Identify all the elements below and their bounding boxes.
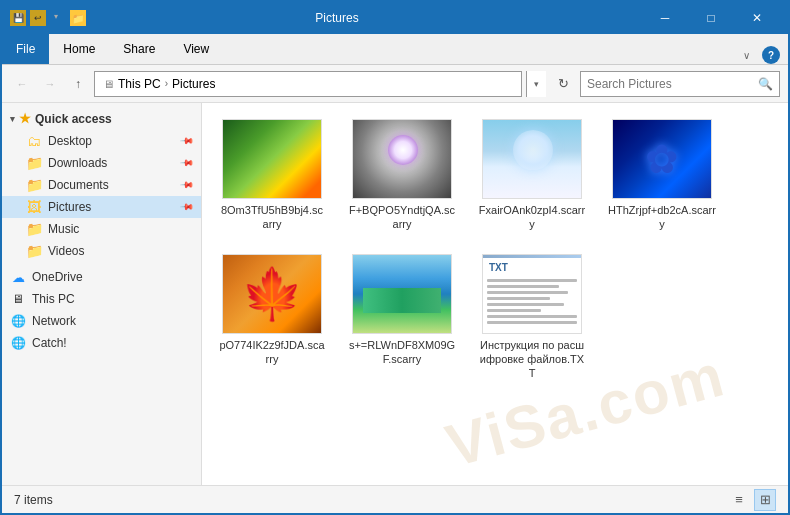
file-name: pO774IK2z9fJDA.scarry — [218, 338, 326, 367]
up-button[interactable]: ↑ — [66, 72, 90, 96]
documents-pin-icon: 📌 — [180, 178, 195, 193]
tiles-view-button[interactable]: ⊞ — [754, 489, 776, 511]
documents-label: Documents — [48, 178, 109, 192]
file-item[interactable]: FxairOAnk0zpI4.scarry — [472, 113, 592, 238]
sidebar-item-documents[interactable]: 📁 Documents 📌 — [2, 174, 201, 196]
computer-icon: 🖥 — [103, 78, 114, 90]
file-item[interactable]: pO774IK2z9fJDA.scarry — [212, 248, 332, 387]
music-label: Music — [48, 222, 79, 236]
sidebar-item-videos[interactable]: 📁 Videos — [2, 240, 201, 262]
sidebar-item-music[interactable]: 📁 Music — [2, 218, 201, 240]
pictures-label: Pictures — [172, 77, 215, 91]
file-thumbnail — [352, 119, 452, 199]
sidebar-item-desktop[interactable]: 🗂 Desktop 📌 — [2, 130, 201, 152]
search-box[interactable]: 🔍 — [580, 71, 780, 97]
sidebar: ▾ ★ Quick access 🗂 Desktop 📌 📁 Downloads… — [2, 103, 202, 485]
sidebar-item-catch[interactable]: 🌐 Catch! — [2, 332, 201, 354]
tab-share[interactable]: Share — [109, 34, 169, 64]
sidebar-quick-access-header[interactable]: ▾ ★ Quick access — [2, 107, 201, 130]
window-title: Pictures — [32, 11, 642, 25]
catch-icon: 🌐 — [10, 335, 26, 351]
file-name: HThZrjpf+db2cA.scarry — [608, 203, 716, 232]
tab-view[interactable]: View — [169, 34, 223, 64]
file-name: Инструкция по расшифровке файлов.TXT — [478, 338, 586, 381]
this-pc-label: This PC — [118, 77, 161, 91]
file-name: FxairOAnk0zpI4.scarry — [478, 203, 586, 232]
pictures-pin-icon: 📌 — [180, 200, 195, 215]
tab-file[interactable]: File — [2, 34, 49, 64]
this-pc-nav-label: This PC — [32, 292, 75, 306]
file-item[interactable]: s+=RLWnDF8XM09GF.scarry — [342, 248, 462, 387]
music-folder-icon: 📁 — [26, 221, 42, 237]
help-button[interactable]: ? — [762, 46, 780, 64]
desktop-label: Desktop — [48, 134, 92, 148]
list-view-button[interactable]: ≡ — [728, 489, 750, 511]
pictures-nav-label: Pictures — [48, 200, 91, 214]
this-pc-icon: 🖥 — [10, 291, 26, 307]
onedrive-icon: ☁ — [10, 269, 26, 285]
main-area: ▾ ★ Quick access 🗂 Desktop 📌 📁 Downloads… — [2, 103, 788, 485]
search-icon: 🔍 — [758, 77, 773, 91]
downloads-pin-icon: 📌 — [180, 156, 195, 171]
file-thumbnail — [352, 254, 452, 334]
maximize-button[interactable]: □ — [688, 2, 734, 34]
downloads-folder-icon: 📁 — [26, 155, 42, 171]
quick-access-chevron: ▾ — [10, 114, 15, 124]
file-content-area: ViSa.com 8Om3TfU5hB9bj4.scarry F+BQPO5Yn… — [202, 103, 788, 485]
file-item[interactable]: HThZrjpf+db2cA.scarry — [602, 113, 722, 238]
file-thumbnail — [222, 254, 322, 334]
quick-access-label: Quick access — [35, 112, 112, 126]
videos-label: Videos — [48, 244, 84, 258]
address-path[interactable]: 🖥 This PC › Pictures — [94, 71, 522, 97]
ribbon-collapse-button[interactable]: ∨ — [743, 50, 750, 61]
file-thumbnail: TXT — [482, 254, 582, 334]
file-thumbnail — [222, 119, 322, 199]
forward-button[interactable]: → — [38, 72, 62, 96]
view-controls: ≡ ⊞ — [728, 489, 776, 511]
file-explorer-window: 💾 ↩ ▾ 📁 Pictures ─ □ ✕ File Home Share V… — [0, 0, 790, 515]
back-button[interactable]: ← — [10, 72, 34, 96]
window-controls: ─ □ ✕ — [642, 2, 780, 34]
statusbar: 7 items ≡ ⊞ — [2, 485, 788, 513]
file-name: 8Om3TfU5hB9bj4.scarry — [218, 203, 326, 232]
minimize-button[interactable]: ─ — [642, 2, 688, 34]
quick-access-star-icon: ★ — [19, 111, 31, 126]
sidebar-item-downloads[interactable]: 📁 Downloads 📌 — [2, 152, 201, 174]
network-label: Network — [32, 314, 76, 328]
close-button[interactable]: ✕ — [734, 2, 780, 34]
downloads-label: Downloads — [48, 156, 107, 170]
save-icon[interactable]: 💾 — [10, 10, 26, 26]
sidebar-item-network[interactable]: 🌐 Network — [2, 310, 201, 332]
videos-folder-icon: 📁 — [26, 243, 42, 259]
path-dropdown-button[interactable]: ▾ — [526, 71, 546, 97]
titlebar: 💾 ↩ ▾ 📁 Pictures ─ □ ✕ — [2, 2, 788, 34]
documents-folder-icon: 📁 — [26, 177, 42, 193]
file-thumbnail — [482, 119, 582, 199]
catch-label: Catch! — [32, 336, 67, 350]
sidebar-item-this-pc[interactable]: 🖥 This PC — [2, 288, 201, 310]
ribbon: File Home Share View ∨ ? — [2, 34, 788, 65]
file-item[interactable]: 8Om3TfU5hB9bj4.scarry — [212, 113, 332, 238]
refresh-button[interactable]: ↻ — [550, 71, 576, 97]
pictures-folder-icon: 🖼 — [26, 199, 42, 215]
sidebar-item-pictures[interactable]: 🖼 Pictures 📌 — [2, 196, 201, 218]
file-name: s+=RLWnDF8XM09GF.scarry — [348, 338, 456, 367]
file-name: F+BQPO5YndtjQA.scarry — [348, 203, 456, 232]
path-separator-1: › — [165, 78, 168, 89]
desktop-pin-icon: 📌 — [180, 134, 195, 149]
file-grid: 8Om3TfU5hB9bj4.scarry F+BQPO5YndtjQA.sca… — [212, 113, 778, 386]
ribbon-tabs: File Home Share View ∨ ? — [2, 34, 788, 64]
file-thumbnail — [612, 119, 712, 199]
file-item[interactable]: F+BQPO5YndtjQA.scarry — [342, 113, 462, 238]
onedrive-label: OneDrive — [32, 270, 83, 284]
file-item[interactable]: TXT Инструкция по расшифровке фай — [472, 248, 592, 387]
tab-home[interactable]: Home — [49, 34, 109, 64]
network-icon: 🌐 — [10, 313, 26, 329]
search-input[interactable] — [587, 77, 754, 91]
item-count: 7 items — [14, 493, 53, 507]
sidebar-item-onedrive[interactable]: ☁ OneDrive — [2, 266, 201, 288]
addressbar: ← → ↑ 🖥 This PC › Pictures ▾ ↻ 🔍 — [2, 65, 788, 103]
desktop-folder-icon: 🗂 — [26, 133, 42, 149]
